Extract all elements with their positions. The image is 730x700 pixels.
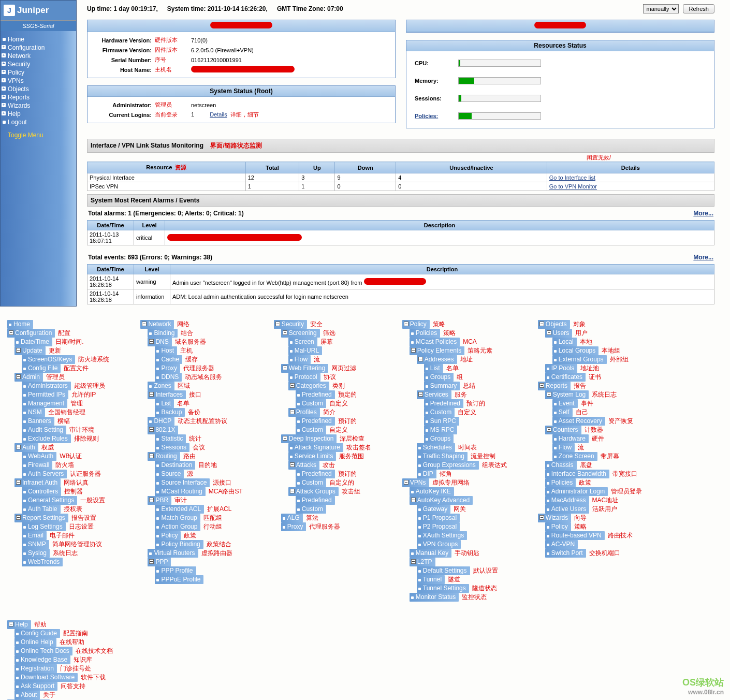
refresh-mode-select[interactable]: manually bbox=[643, 4, 679, 13]
tree-item[interactable]: PPP bbox=[148, 558, 171, 566]
tree-item[interactable]: Exclude Rules bbox=[22, 434, 71, 443]
tree-item[interactable]: Policy Binding bbox=[155, 540, 203, 549]
tree-item[interactable]: Custom bbox=[296, 426, 326, 434]
tree-item[interactable]: Log Settings bbox=[22, 522, 66, 531]
tree-item[interactable]: Mal-URL bbox=[288, 346, 322, 355]
tree-item[interactable]: Firewall bbox=[22, 461, 52, 470]
tree-item[interactable]: Action Group bbox=[155, 522, 200, 531]
tree-item[interactable]: Categories bbox=[288, 382, 329, 390]
tree-item[interactable]: Attack Groups bbox=[288, 487, 339, 496]
tree-item[interactable]: NSM bbox=[22, 408, 45, 417]
tree-item[interactable]: Service Limits bbox=[288, 452, 337, 461]
tree-item[interactable]: List bbox=[155, 399, 174, 408]
tree-item[interactable]: SNMP bbox=[22, 540, 49, 549]
tree-item[interactable]: Date/Time bbox=[14, 338, 52, 346]
tree-item[interactable]: Infranet Auth bbox=[14, 478, 61, 487]
nav-configuration[interactable]: Configuration bbox=[1, 43, 76, 52]
tree-item[interactable]: Predefined bbox=[296, 417, 335, 426]
tree-item[interactable]: DDNS bbox=[155, 373, 182, 382]
details-link[interactable]: Details bbox=[210, 111, 227, 118]
tree-item[interactable]: Update bbox=[14, 346, 46, 355]
tree-item[interactable]: Deep Inspection bbox=[281, 434, 337, 443]
tree-item[interactable]: Profiles bbox=[288, 408, 320, 417]
tree-item[interactable]: PPP Profile bbox=[155, 566, 196, 575]
tree-item[interactable]: Admin bbox=[14, 373, 43, 382]
tree-item[interactable]: Backup bbox=[155, 408, 185, 417]
tree-item[interactable]: Network bbox=[140, 320, 174, 329]
refresh-button[interactable]: Refresh bbox=[683, 4, 714, 13]
tree-item[interactable]: Source Interface bbox=[155, 478, 210, 487]
tree-item[interactable]: Administrators bbox=[22, 382, 71, 390]
tree-item[interactable]: DNS bbox=[148, 338, 171, 346]
tree-item[interactable]: Host bbox=[155, 346, 177, 355]
nav-security[interactable]: Security bbox=[1, 60, 76, 68]
tree-item[interactable]: Screening bbox=[281, 329, 320, 338]
tree-item[interactable]: Attacks bbox=[288, 461, 319, 470]
tree-item[interactable]: Sessions bbox=[155, 443, 189, 452]
tree-item[interactable]: ALG bbox=[281, 514, 303, 522]
tree-item[interactable]: Cache bbox=[155, 355, 182, 364]
tree-item[interactable]: PPPoE Profile bbox=[155, 575, 203, 584]
nav-reports[interactable]: Reports bbox=[1, 93, 76, 101]
tree-item[interactable]: Attack Signature bbox=[288, 443, 343, 452]
tree-item[interactable]: Statistic bbox=[155, 434, 186, 443]
tree-item[interactable]: Auth Servers bbox=[22, 470, 67, 478]
tree-item[interactable]: Proxy bbox=[281, 522, 306, 531]
alarms-more-link[interactable]: More... bbox=[693, 210, 713, 217]
nav-objects[interactable]: Objects bbox=[1, 85, 76, 93]
tree-item[interactable]: Source bbox=[155, 470, 184, 478]
tree-item[interactable]: WebTrends bbox=[22, 558, 63, 566]
tree-item[interactable]: Controllers bbox=[22, 487, 61, 496]
tree-item[interactable]: Auth bbox=[14, 443, 38, 452]
tree-item[interactable]: General Settings bbox=[22, 496, 77, 505]
tree-item[interactable]: Custom bbox=[296, 505, 326, 514]
tree-item[interactable]: WebAuth bbox=[22, 452, 56, 461]
nav-vpns[interactable]: VPNs bbox=[1, 77, 76, 85]
tree-item[interactable]: Predefined bbox=[296, 390, 335, 399]
events-more-link[interactable]: More... bbox=[693, 254, 713, 261]
tree-item[interactable]: Auth Table bbox=[22, 505, 61, 514]
tree-item[interactable]: Home bbox=[7, 320, 33, 329]
tree-item[interactable]: ScreenOS/Keys bbox=[22, 355, 75, 364]
tree-item[interactable]: Management bbox=[22, 399, 67, 408]
nav-wizards[interactable]: Wizards bbox=[1, 101, 76, 110]
tree-item[interactable]: Banners bbox=[22, 417, 54, 426]
tree-item[interactable]: Predefined bbox=[296, 470, 335, 478]
nav-home[interactable]: Home bbox=[1, 35, 76, 43]
tree-item[interactable]: Routing bbox=[148, 452, 180, 461]
tree-item[interactable]: Destination bbox=[155, 461, 195, 470]
nav-help[interactable]: Help bbox=[1, 110, 76, 118]
tree-item[interactable]: Interfaces bbox=[148, 390, 186, 399]
tree-item[interactable]: Proxy bbox=[155, 364, 180, 373]
tree-item[interactable]: Policy bbox=[155, 531, 181, 540]
tree-item[interactable]: Syslog bbox=[22, 549, 50, 558]
tree-item[interactable]: Report Settings bbox=[14, 514, 68, 522]
tree-item[interactable]: Screen bbox=[288, 338, 317, 346]
tree-item[interactable]: 802.1X bbox=[148, 426, 178, 434]
nav-policy[interactable]: Policy bbox=[1, 68, 76, 77]
tree-item[interactable]: Predefined bbox=[296, 496, 335, 505]
tree-item[interactable]: Binding bbox=[148, 329, 178, 338]
nav-logout[interactable]: Logout bbox=[1, 118, 76, 126]
tree-item[interactable]: MCast Routing bbox=[155, 487, 205, 496]
tree-item[interactable]: Email bbox=[22, 531, 47, 540]
tree-item[interactable]: PBR bbox=[148, 496, 171, 505]
tree-item[interactable]: Security bbox=[274, 320, 307, 329]
tree-item[interactable]: Config File bbox=[22, 364, 61, 373]
nav-network[interactable]: Network bbox=[1, 52, 76, 60]
tree-item[interactable]: Custom bbox=[296, 399, 326, 408]
tree-item[interactable]: Audit Setting bbox=[22, 426, 66, 434]
tree-item[interactable]: Web Filtering bbox=[281, 364, 328, 373]
tree-item[interactable]: Configuration bbox=[7, 329, 55, 338]
tree-item[interactable]: Custom bbox=[296, 478, 326, 487]
tree-item[interactable]: Flow bbox=[288, 355, 311, 364]
tree-item[interactable]: Match Group bbox=[155, 514, 200, 522]
tree-item[interactable]: Protocol bbox=[288, 373, 320, 382]
tree-item[interactable]: DHCP bbox=[148, 417, 174, 426]
idle-annotation: 闲置无效/ bbox=[87, 153, 714, 162]
toggle-menu-link[interactable]: Toggle Menu bbox=[1, 126, 76, 144]
tree-item[interactable]: Virtual Routers bbox=[148, 549, 198, 558]
tree-item[interactable]: Extended ACL bbox=[155, 505, 204, 514]
tree-item[interactable]: Permitted IPs bbox=[22, 390, 68, 399]
tree-item[interactable]: Zones bbox=[148, 382, 174, 390]
